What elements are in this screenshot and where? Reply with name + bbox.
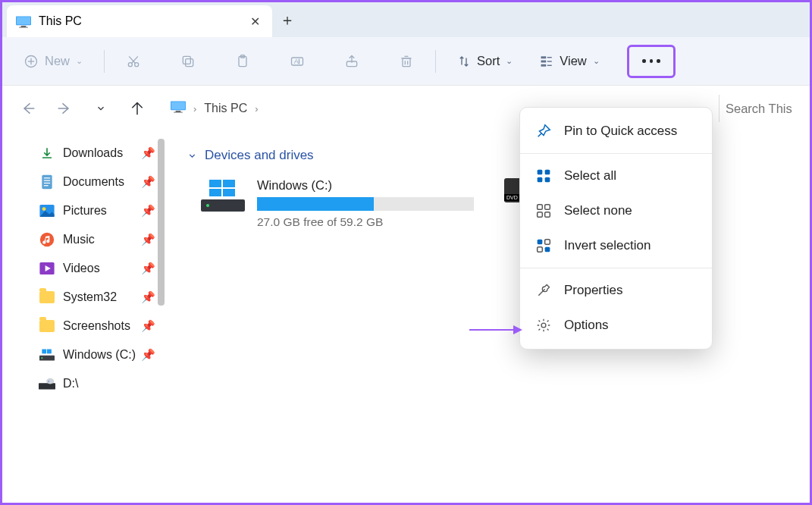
new-button[interactable]: New ⌄	[16, 46, 90, 77]
svg-rect-19	[403, 58, 410, 66]
sidebar-item-music[interactable]: Music 📌	[2, 225, 161, 254]
pin-icon: 📌	[141, 175, 155, 189]
rename-button[interactable]: A	[282, 46, 312, 77]
svg-rect-31	[171, 102, 185, 109]
svg-rect-54	[209, 189, 221, 196]
sidebar-item-system32[interactable]: System32 📌	[2, 283, 161, 312]
gear-icon	[535, 317, 552, 334]
sidebar-item-downloads[interactable]: Downloads 📌	[2, 139, 161, 168]
svg-rect-44	[42, 350, 46, 354]
menu-pin-quick-access[interactable]: Pin to Quick access	[520, 114, 712, 149]
svg-rect-61	[538, 205, 543, 210]
svg-rect-26	[542, 64, 546, 66]
pin-icon: 📌	[141, 204, 155, 218]
chevron-down-icon: ⌄	[76, 56, 83, 66]
svg-rect-24	[542, 57, 546, 58]
svg-rect-64	[545, 212, 550, 218]
menu-label: Invert selection	[564, 238, 651, 253]
sidebar-item-documents[interactable]: Documents 📌	[2, 168, 161, 196]
cut-button[interactable]	[118, 46, 149, 77]
chevron-right-icon[interactable]: ›	[193, 103, 196, 114]
new-tab-button[interactable]: ＋	[272, 2, 303, 37]
sort-button[interactable]: Sort ⌄	[450, 46, 520, 77]
pin-icon	[535, 123, 552, 140]
music-icon	[39, 232, 55, 247]
separator	[520, 153, 712, 154]
sidebar-item-screenshots[interactable]: Screenshots 📌	[2, 312, 161, 340]
videos-icon	[39, 261, 55, 276]
paste-button[interactable]	[227, 46, 258, 77]
svg-rect-57	[538, 170, 543, 175]
svg-rect-32	[176, 111, 181, 112]
delete-button[interactable]	[391, 46, 422, 77]
recent-dropdown[interactable]	[87, 95, 114, 122]
svg-rect-11	[186, 58, 193, 66]
svg-rect-65	[538, 240, 543, 245]
tab-this-pc[interactable]: This PC ✕	[7, 5, 272, 37]
menu-label: Select none	[564, 203, 632, 218]
pictures-icon	[39, 203, 55, 218]
toolbar: New ⌄ A Sort ⌄ View ⌄	[2, 37, 810, 86]
search-input[interactable]: Search This PC	[719, 95, 795, 122]
up-button[interactable]	[124, 95, 151, 122]
svg-point-46	[41, 357, 42, 359]
breadcrumb-location[interactable]: This PC	[204, 102, 247, 115]
svg-rect-52	[209, 180, 221, 187]
sidebar-item-videos[interactable]: Videos 📌	[2, 254, 161, 283]
sidebar-item-pictures[interactable]: Pictures 📌	[2, 196, 161, 225]
disk-icon	[201, 178, 245, 212]
chevron-right-icon[interactable]: ›	[255, 103, 258, 114]
menu-select-all[interactable]: Select all	[520, 158, 712, 193]
tab-title: This PC	[39, 14, 247, 28]
svg-rect-34	[42, 175, 52, 189]
pin-icon: 📌	[141, 146, 155, 160]
svg-rect-60	[545, 177, 550, 183]
sidebar-item-label: D:\	[63, 377, 155, 391]
view-label: View	[560, 54, 586, 68]
svg-rect-63	[538, 212, 543, 218]
separator	[435, 50, 436, 73]
sidebar-item-d-drive[interactable]: ? D:\	[2, 369, 161, 398]
view-button[interactable]: View ⌄	[532, 46, 607, 77]
share-button[interactable]	[337, 46, 367, 77]
more-button[interactable]	[627, 45, 676, 78]
svg-point-51	[206, 204, 209, 207]
disk-icon	[39, 347, 55, 362]
select-none-icon	[535, 202, 552, 219]
svg-rect-53	[223, 180, 235, 187]
back-button[interactable]	[14, 95, 42, 122]
sidebar: Downloads 📌 Documents 📌 Pictures 📌 Music…	[2, 131, 161, 503]
tab-bar: This PC ✕ ＋	[2, 2, 810, 37]
svg-rect-36	[44, 180, 50, 181]
svg-rect-66	[545, 240, 550, 245]
close-icon[interactable]: ✕	[247, 11, 263, 32]
wrench-icon	[535, 282, 552, 299]
svg-rect-38	[44, 185, 49, 186]
folder-icon	[39, 290, 55, 305]
svg-line-56	[538, 133, 542, 137]
forward-button[interactable]	[51, 95, 78, 122]
pin-icon: 📌	[141, 262, 155, 275]
svg-point-69	[541, 323, 546, 328]
annotation-arrow	[469, 325, 522, 334]
svg-rect-33	[174, 112, 183, 113]
svg-rect-12	[183, 56, 190, 64]
menu-invert-selection[interactable]: Invert selection	[520, 228, 712, 263]
menu-properties[interactable]: Properties	[520, 273, 712, 308]
menu-select-none[interactable]: Select none	[520, 193, 712, 228]
sidebar-item-windows-c[interactable]: Windows (C:) 📌	[2, 340, 161, 369]
invert-selection-icon	[535, 237, 552, 254]
drive-windows-c[interactable]: Windows (C:) 27.0 GB free of 59.2 GB	[201, 178, 474, 229]
menu-options[interactable]: Options	[520, 308, 712, 343]
document-icon	[39, 174, 55, 190]
pin-icon: 📌	[141, 348, 155, 362]
copy-button[interactable]	[173, 46, 203, 77]
drive-usage-bar	[257, 197, 474, 211]
dvd-icon: ?	[39, 376, 55, 391]
folder-icon	[39, 318, 55, 334]
separator	[520, 268, 712, 268]
pin-icon: 📌	[141, 319, 155, 333]
menu-label: Select all	[564, 168, 616, 183]
menu-label: Pin to Quick access	[564, 124, 677, 139]
sort-label: Sort	[477, 54, 500, 68]
